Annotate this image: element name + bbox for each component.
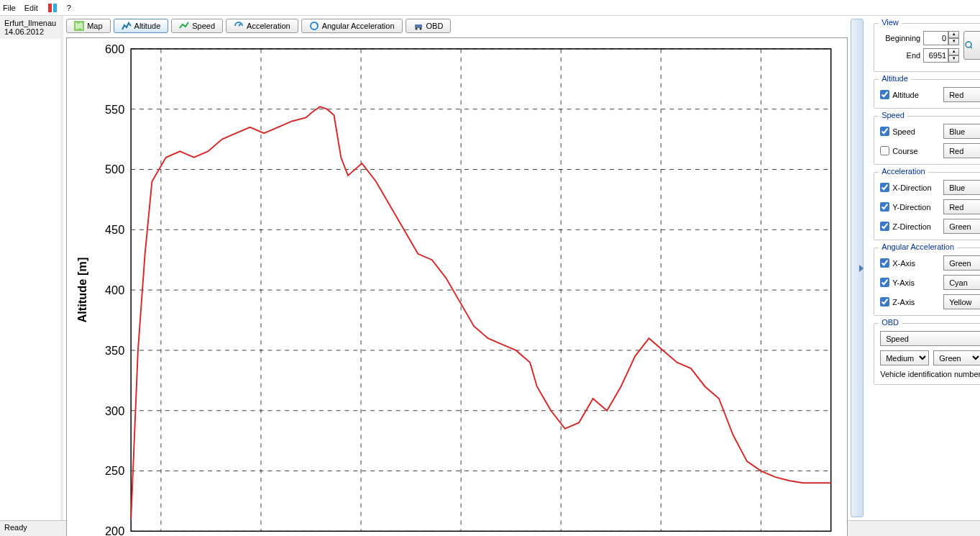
- svg-text:500: 500: [105, 163, 124, 176]
- tab-map[interactable]: Map: [66, 19, 110, 33]
- map-icon: [74, 21, 84, 31]
- menu-file[interactable]: File: [3, 4, 16, 12]
- tab-label: OBD: [426, 22, 444, 30]
- group-title: Speed: [879, 111, 907, 119]
- tab-label: Map: [87, 22, 102, 30]
- altitude-icon: [122, 21, 132, 31]
- check-altitude[interactable]: Altitude: [880, 90, 939, 99]
- tab-label: Altitude: [134, 22, 161, 30]
- group-title: OBD: [879, 318, 902, 327]
- tab-obd[interactable]: OBD: [406, 19, 452, 33]
- group-angular: Angular Acceleration X-Axis Green Medium…: [874, 247, 980, 316]
- tab-speed[interactable]: Speed: [171, 19, 223, 33]
- svg-point-45: [966, 42, 971, 47]
- accel-x-color[interactable]: Blue: [943, 180, 980, 195]
- menu-edit[interactable]: Edit: [24, 4, 38, 12]
- tree-item-dataset[interactable]: Erfurt_Ilmenau 14.06.2012: [0, 16, 60, 39]
- tab-altitude[interactable]: Altitude: [114, 19, 169, 33]
- reset-zoom-button[interactable]: Reset zoom: [963, 31, 980, 60]
- settings-panel: View Beginning ▲▼ End: [866, 19, 980, 517]
- check-accel-y[interactable]: Y-Direction: [880, 202, 939, 212]
- accel-z-color[interactable]: Green: [943, 219, 980, 234]
- tab-label: Acceleration: [247, 22, 290, 30]
- label-end: End: [907, 51, 921, 60]
- status-text: Ready: [4, 523, 27, 532]
- ang-x-color[interactable]: Green: [943, 255, 980, 271]
- check-ang-z[interactable]: Z-Axis: [880, 297, 939, 306]
- svg-rect-5: [415, 24, 422, 28]
- group-obd: OBD Speed Medium Green Vehicle identific…: [874, 323, 980, 385]
- obd-param-select[interactable]: Speed: [880, 331, 980, 346]
- beginning-spinner[interactable]: ▲▼: [923, 31, 959, 45]
- svg-text:Altitude [m]: Altitude [m]: [75, 258, 88, 323]
- label-beginning: Beginning: [885, 34, 920, 42]
- group-title: Acceleration: [879, 167, 928, 176]
- app-icon[interactable]: [47, 2, 58, 14]
- check-speed[interactable]: Speed: [880, 127, 939, 136]
- ang-y-color[interactable]: Cyan: [943, 275, 980, 290]
- check-course[interactable]: Course: [880, 146, 939, 155]
- svg-line-3: [239, 24, 241, 26]
- check-ang-x[interactable]: X-Axis: [880, 258, 939, 268]
- group-title: Angular Acceleration: [879, 242, 957, 251]
- check-accel-x[interactable]: X-Direction: [880, 183, 939, 192]
- check-accel-z[interactable]: Z-Direction: [880, 222, 939, 231]
- group-title: Altitude: [879, 74, 911, 83]
- group-title: View: [879, 19, 902, 27]
- course-color-select[interactable]: Red: [943, 143, 980, 158]
- accel-y-color[interactable]: Red: [943, 199, 980, 214]
- tab-label: Angular Acceleration: [322, 22, 395, 30]
- svg-line-46: [971, 47, 972, 50]
- svg-text:350: 350: [105, 344, 124, 357]
- group-altitude: Altitude Altitude Red Thin: [874, 79, 980, 109]
- svg-text:300: 300: [105, 404, 124, 417]
- tab-acceleration[interactable]: Acceleration: [226, 19, 298, 33]
- beginning-input[interactable]: [923, 31, 948, 45]
- acceleration-icon: [234, 21, 244, 31]
- view-tabs: Map Altitude Speed Acceleration Angular …: [66, 19, 848, 33]
- tab-angular-acceleration[interactable]: Angular Acceleration: [301, 19, 403, 33]
- menubar: File Edit ?: [0, 0, 980, 16]
- svg-rect-0: [48, 4, 52, 12]
- svg-text:600: 600: [105, 42, 124, 55]
- obd-color-select[interactable]: Green: [933, 350, 980, 365]
- altitude-color-select[interactable]: Red: [943, 87, 980, 102]
- check-ang-y[interactable]: Y-Axis: [880, 278, 939, 287]
- svg-rect-1: [53, 4, 57, 12]
- group-acceleration: Acceleration X-Direction Blue Thin Y-Dir…: [874, 172, 980, 240]
- group-view: View Beginning ▲▼ End: [874, 23, 980, 72]
- speed-color-select[interactable]: Blue: [943, 124, 980, 139]
- tab-label: Speed: [192, 22, 215, 30]
- car-icon: [413, 21, 423, 31]
- svg-text:200: 200: [105, 524, 124, 536]
- svg-text:450: 450: [105, 223, 124, 236]
- group-speed: Speed Speed Blue Thin Course Red Medium: [874, 116, 980, 165]
- svg-point-6: [415, 28, 417, 30]
- menu-help[interactable]: ?: [67, 4, 71, 12]
- obd-width-select[interactable]: Medium: [880, 350, 929, 365]
- end-input[interactable]: [923, 48, 948, 63]
- ang-z-color[interactable]: Yellow: [943, 294, 980, 309]
- svg-point-7: [419, 28, 421, 30]
- vin-label: Vehicle identification number:: [880, 370, 980, 378]
- zoom-icon: [964, 40, 972, 50]
- angular-icon: [309, 21, 319, 31]
- altitude-chart: 20025030035040045050055060016:38:30:6251…: [66, 37, 848, 536]
- panel-splitter[interactable]: [851, 19, 864, 517]
- sidebar-tree: Erfurt_Ilmenau 14.06.2012: [0, 16, 63, 520]
- svg-text:250: 250: [105, 464, 124, 477]
- svg-text:400: 400: [105, 283, 124, 296]
- end-spinner[interactable]: ▲▼: [923, 48, 959, 63]
- svg-text:550: 550: [105, 103, 124, 116]
- speed-icon: [179, 21, 189, 31]
